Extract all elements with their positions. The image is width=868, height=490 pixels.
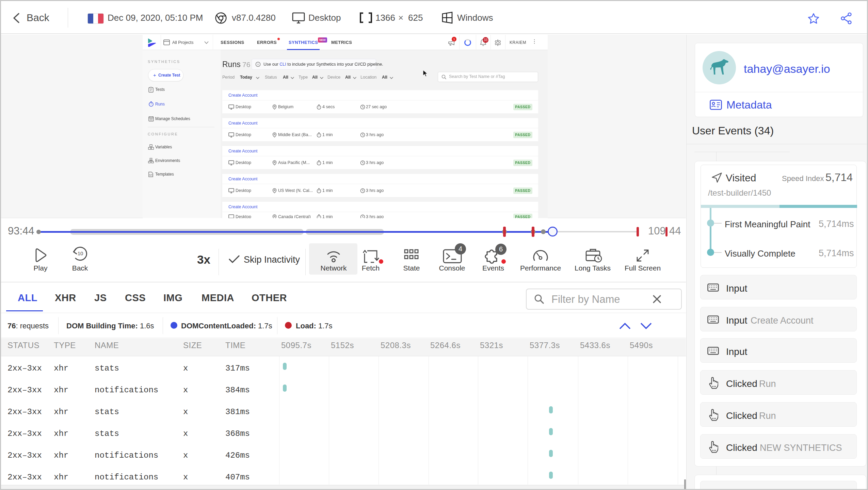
- svg-text:10: 10: [78, 250, 83, 256]
